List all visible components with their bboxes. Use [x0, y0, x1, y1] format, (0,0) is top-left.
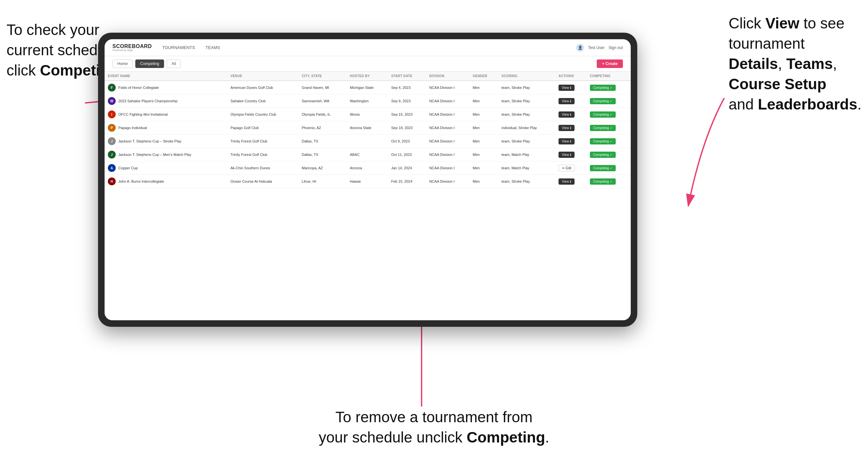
venue-cell: American Dunes Golf Club — [227, 81, 299, 94]
event-name: John A. Burns Intercollegiate — [118, 179, 164, 183]
scoring-cell: team, Stroke Play — [498, 175, 556, 188]
user-name: Test User — [588, 45, 604, 50]
competing-button[interactable]: Competing ✓ — [590, 165, 616, 171]
actions-cell: View ℹ — [555, 175, 586, 188]
city-cell: Maricopa, AZ — [299, 161, 346, 175]
team-logo: P — [108, 124, 116, 132]
competing-button[interactable]: Competing ✓ — [590, 179, 616, 185]
event-name-cell: P Papago Individual — [104, 121, 227, 135]
city-cell: Phoenix, AZ — [299, 121, 346, 135]
tablet: SCOREBOARD Powered by clippi TOURNAMENTS… — [98, 33, 637, 327]
logo-text: SCOREBOARD — [113, 44, 152, 49]
filter-home[interactable]: Home — [113, 60, 133, 68]
competing-cell: Competing ✓ — [587, 121, 631, 135]
division-cell: NCAA Division I — [426, 175, 469, 188]
view-button[interactable]: View ℹ — [559, 138, 574, 145]
arrow-right — [669, 92, 727, 209]
actions-cell: ✏ Edit — [555, 161, 586, 175]
table-row: H John A. Burns Intercollegiate Ocean Co… — [104, 175, 631, 188]
competing-cell: Competing ✓ — [587, 108, 631, 121]
nav-tournaments[interactable]: TOURNAMENTS — [162, 44, 195, 51]
signout-link[interactable]: Sign out — [609, 45, 623, 50]
venue-cell: Olympia Fields Country Club — [227, 108, 299, 121]
team-logo: J — [108, 151, 116, 158]
filter-competing[interactable]: Competing — [135, 60, 164, 68]
gender-cell: Men — [470, 148, 498, 161]
team-logo: F — [108, 84, 116, 92]
scoring-cell: team, Stroke Play — [498, 135, 556, 148]
team-logo: A — [108, 164, 116, 172]
city-cell: Dallas, TX — [299, 135, 346, 148]
competing-button[interactable]: Competing ✓ — [590, 85, 616, 91]
event-name: Folds of Honor Collegiate — [118, 86, 159, 90]
scoring-cell: team, Stroke Play — [498, 94, 556, 108]
event-name-cell: H John A. Burns Intercollegiate — [104, 175, 227, 188]
event-name-cell: F Folds of Honor Collegiate — [104, 81, 227, 94]
division-cell: NCAA Division I — [426, 135, 469, 148]
gender-cell: Men — [470, 121, 498, 135]
hosted-by-cell — [347, 135, 388, 148]
col-city: CITY, STATE — [299, 71, 346, 81]
user-icon: 👤 — [576, 44, 584, 52]
competing-button[interactable]: Competing ✓ — [590, 152, 616, 158]
nav-teams[interactable]: TEAMS — [206, 44, 220, 51]
logo: SCOREBOARD Powered by clippi — [113, 44, 152, 52]
view-button[interactable]: View ℹ — [559, 98, 574, 104]
competing-button[interactable]: Competing ✓ — [590, 112, 616, 118]
view-button[interactable]: View ℹ — [559, 179, 574, 185]
competing-button[interactable]: Competing ✓ — [590, 125, 616, 131]
team-logo: H — [108, 178, 116, 185]
event-name: Copper Cup — [118, 166, 137, 170]
event-name: Jackson T. Stephens Cup – Stroke Play — [118, 139, 181, 143]
division-cell: NCAA Division I — [426, 121, 469, 135]
scoring-cell: individual, Stroke Play — [498, 121, 556, 135]
city-cell: Sammamish, WA — [299, 94, 346, 108]
actions-cell: View ℹ — [555, 81, 586, 94]
scoring-cell: team, Stroke Play — [498, 81, 556, 94]
competing-button[interactable]: Competing ✓ — [590, 98, 616, 104]
filter-all[interactable]: All — [167, 60, 181, 68]
create-button[interactable]: + Create — [597, 60, 623, 68]
actions-cell: View ℹ — [555, 108, 586, 121]
city-cell: Grand Haven, MI — [299, 81, 346, 94]
col-actions: ACTIONS — [555, 71, 586, 81]
hosted-by-cell: Michigan State — [347, 81, 388, 94]
table-row: A Copper Cup Ak-Chin Southern Dunes Mari… — [104, 161, 631, 175]
view-button[interactable]: View ℹ — [559, 152, 574, 158]
venue-cell: Ocean Course At Hokuala — [227, 175, 299, 188]
table-row: F Folds of Honor Collegiate American Dun… — [104, 81, 631, 94]
gender-cell: Men — [470, 81, 498, 94]
hosted-by-cell: Hawaii — [347, 175, 388, 188]
col-event-name: EVENT NAME — [104, 71, 227, 81]
hosted-by-cell: Arizona — [347, 161, 388, 175]
navbar: SCOREBOARD Powered by clippi TOURNAMENTS… — [104, 39, 631, 56]
start-date-cell: Sep 15, 2023 — [388, 108, 426, 121]
col-start-date: START DATE — [388, 71, 426, 81]
city-cell: Lihue, HI — [299, 175, 346, 188]
tablet-screen: SCOREBOARD Powered by clippi TOURNAMENTS… — [104, 39, 631, 320]
view-button[interactable]: View ℹ — [559, 125, 574, 131]
competing-button[interactable]: Competing ✓ — [590, 138, 616, 145]
team-logo: I — [108, 111, 116, 118]
event-name-cell: J Jackson T. Stephens Cup – Men's Match … — [104, 148, 227, 161]
venue-cell: Ak-Chin Southern Dunes — [227, 161, 299, 175]
venue-cell: Trinity Forest Golf Club — [227, 135, 299, 148]
view-button[interactable]: View ℹ — [559, 85, 574, 91]
table-row: W 2023 Sahalee Players Championship Saha… — [104, 94, 631, 108]
hosted-by-cell: Illinois — [347, 108, 388, 121]
event-name: 2023 Sahalee Players Championship — [118, 99, 178, 103]
tournaments-table: EVENT NAME VENUE CITY, STATE HOSTED BY S… — [104, 71, 631, 188]
start-date-cell: Sep 4, 2023 — [388, 81, 426, 94]
scoring-cell: team, Match Play — [498, 148, 556, 161]
competing-cell: Competing ✓ — [587, 148, 631, 161]
division-cell: NCAA Division I — [426, 108, 469, 121]
actions-cell: View ℹ — [555, 148, 586, 161]
event-name-cell: A Copper Cup — [104, 161, 227, 175]
start-date-cell: Feb 15, 2024 — [388, 175, 426, 188]
edit-button[interactable]: ✏ Edit — [559, 165, 575, 172]
competing-cell: Competing ✓ — [587, 81, 631, 94]
event-name-cell: W 2023 Sahalee Players Championship — [104, 94, 227, 108]
view-button[interactable]: View ℹ — [559, 112, 574, 118]
scoring-cell: team, Match Play — [498, 161, 556, 175]
col-competing: COMPETING — [587, 71, 631, 81]
